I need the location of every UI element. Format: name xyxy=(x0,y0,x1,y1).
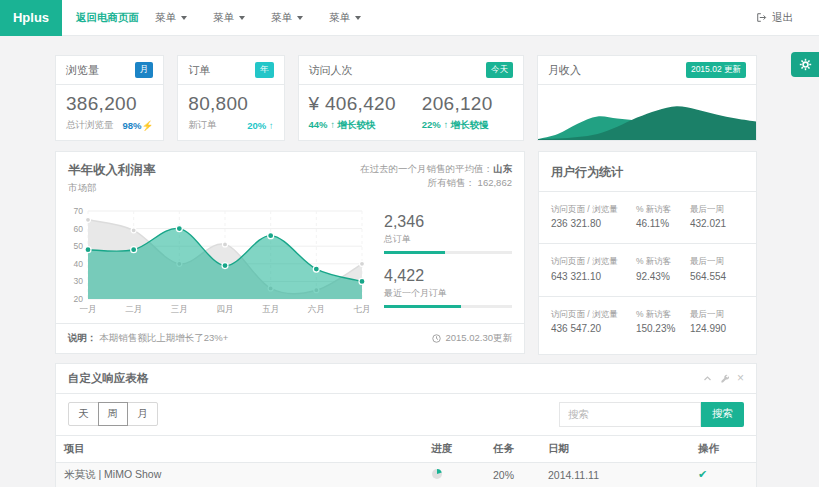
revenue-note: 在过去的一个月销售的平均值：山东 所有销售： 162,862 xyxy=(360,162,512,195)
total-orders-value: 2,346 xyxy=(384,213,512,231)
pageviews-label: 访问页面 / 浏览量 xyxy=(551,255,636,267)
wrench-icon[interactable] xyxy=(720,374,729,383)
behavior-row: 访问页面 / 浏览量643 321.10 % 新访客92.43% 最后一周564… xyxy=(539,244,756,296)
sales-value: 162,862 xyxy=(478,177,512,188)
search-button[interactable]: 搜索 xyxy=(701,402,744,427)
caret-down-icon xyxy=(181,16,187,20)
responsive-table-card: 自定义响应表格 × 天 周 月 搜索 xyxy=(55,363,757,487)
menu-dropdown-4[interactable]: 菜单 xyxy=(329,11,361,25)
level-up-icon: ↑ xyxy=(269,120,274,131)
views-stat: 98% xyxy=(122,120,141,131)
brand-logo[interactable]: Hplus xyxy=(0,0,62,36)
note-region: 山东 xyxy=(493,163,512,174)
theme-settings-button[interactable] xyxy=(791,52,819,77)
sign-out-icon xyxy=(756,12,767,23)
stat-card-orders: 订单 年 80,800 新订单 20% ↑ xyxy=(177,55,284,141)
month-orders-bar xyxy=(384,305,512,308)
svg-text:60: 60 xyxy=(74,224,84,234)
total-orders-bar-fill xyxy=(384,251,445,254)
svg-text:40: 40 xyxy=(74,259,84,269)
table-card-title: 自定义响应表格 xyxy=(68,371,149,386)
menu-label: 菜单 xyxy=(213,11,234,25)
visits-right-stat: 22% xyxy=(422,119,441,130)
caret-down-icon xyxy=(355,16,361,20)
table-row: 米莫说 | MiMO Show 20% 2014.11.11 ✔ xyxy=(56,462,756,487)
last-week-label: 最后一周 xyxy=(690,308,744,320)
new-visitors-label: % 新访客 xyxy=(636,308,690,320)
pageviews-value: 436 547.20 xyxy=(551,323,636,334)
stat-card-title: 订单 xyxy=(188,63,210,78)
revenue-updated: 2015.02.30更新 xyxy=(432,332,512,345)
svg-text:50: 50 xyxy=(74,241,84,251)
col-header-task: 任务 xyxy=(485,435,540,462)
svg-text:30: 30 xyxy=(74,276,84,286)
svg-text:四月: 四月 xyxy=(217,304,234,314)
svg-text:五月: 五月 xyxy=(262,304,279,314)
svg-text:三月: 三月 xyxy=(171,304,188,314)
views-label: 总计浏览量 xyxy=(66,119,114,132)
gear-icon xyxy=(799,58,812,71)
new-visitors-value: 92.43% xyxy=(636,271,690,282)
stat-card-title: 月收入 xyxy=(548,63,581,78)
revenue-chart-card: 半年收入利润率 市场部 在过去的一个月销售的平均值：山东 所有销售： 162,8… xyxy=(55,151,525,354)
last-week-value: 432.021 xyxy=(690,218,744,229)
svg-text:七月: 七月 xyxy=(354,304,371,314)
close-icon[interactable]: × xyxy=(737,372,744,384)
new-visitors-value: 150.23% xyxy=(636,323,690,334)
new-visitors-label: % 新访客 xyxy=(636,255,690,267)
tab-month[interactable]: 月 xyxy=(127,402,158,426)
home-link[interactable]: 返回电商页面 xyxy=(76,11,139,25)
visits-count: 206,120 xyxy=(422,93,493,115)
revenue-title: 半年收入利润率 xyxy=(68,162,156,179)
visits-amount: ¥ 406,420 xyxy=(309,93,396,115)
behavior-title: 用户行为统计 xyxy=(551,165,623,179)
month-orders-label: 最近一个月订单 xyxy=(384,287,512,300)
orders-value: 80,800 xyxy=(188,93,273,115)
tab-week[interactable]: 周 xyxy=(98,402,129,426)
caret-down-icon xyxy=(239,16,245,20)
bolt-icon: ⚡ xyxy=(141,120,153,131)
menu-label: 菜单 xyxy=(155,11,176,25)
col-header-project: 项目 xyxy=(56,435,423,462)
task-cell: 20% xyxy=(485,462,540,487)
update-badge: 2015.02 更新 xyxy=(686,62,746,78)
collapse-icon[interactable] xyxy=(703,374,712,383)
menu-label: 菜单 xyxy=(329,11,350,25)
up-arrow-icon: ↑ xyxy=(330,119,335,130)
pageviews-label: 访问页面 / 浏览量 xyxy=(551,203,636,215)
last-week-label: 最后一周 xyxy=(690,203,744,215)
visits-left-stat: 44% xyxy=(309,119,328,130)
period-tab-group: 天 周 月 xyxy=(68,402,158,426)
svg-text:70: 70 xyxy=(74,206,84,216)
logout-button[interactable]: 退出 xyxy=(756,11,793,25)
visits-right-col: 206,120 22% ↑ 增长较慢 xyxy=(422,93,493,134)
half-year-revenue-chart: 203040506070一月二月三月四月五月六月七月 xyxy=(62,203,370,319)
period-badge: 月 xyxy=(135,62,154,78)
period-badge: 年 xyxy=(255,62,274,78)
col-header-action: 操作 xyxy=(690,435,756,462)
stat-card-income: 月收入 2015.02 更新 xyxy=(537,55,757,141)
visits-right-label: 增长较慢 xyxy=(451,119,489,130)
pageviews-value: 643 321.10 xyxy=(551,271,636,282)
search-input[interactable] xyxy=(559,402,701,427)
tab-day[interactable]: 天 xyxy=(68,402,99,426)
logout-label: 退出 xyxy=(772,11,793,25)
visits-left-col: ¥ 406,420 44% ↑ 增长较快 xyxy=(309,93,396,134)
svg-text:20: 20 xyxy=(74,294,84,304)
note-text: 在过去的一个月销售的平均值： xyxy=(360,163,493,174)
revenue-subtitle: 市场部 xyxy=(68,182,156,195)
revenue-summary: 2,346 总订单 4,422 最近一个月订单 xyxy=(370,203,512,321)
progress-cell xyxy=(423,462,485,487)
menu-dropdown-2[interactable]: 菜单 xyxy=(213,11,245,25)
svg-text:二月: 二月 xyxy=(125,304,142,314)
stat-card-title: 浏览量 xyxy=(66,63,99,78)
footer-label: 说明： xyxy=(68,332,97,343)
last-week-label: 最后一周 xyxy=(690,255,744,267)
menu-dropdown-3[interactable]: 菜单 xyxy=(271,11,303,25)
new-visitors-label: % 新访客 xyxy=(636,203,690,215)
svg-text:一月: 一月 xyxy=(80,304,97,314)
action-cell: ✔ xyxy=(690,462,756,487)
menu-dropdown-1[interactable]: 菜单 xyxy=(155,11,187,25)
check-icon[interactable]: ✔ xyxy=(698,468,707,480)
revenue-footer-note: 说明： 本期销售额比上期增长了23%+ xyxy=(68,332,228,345)
